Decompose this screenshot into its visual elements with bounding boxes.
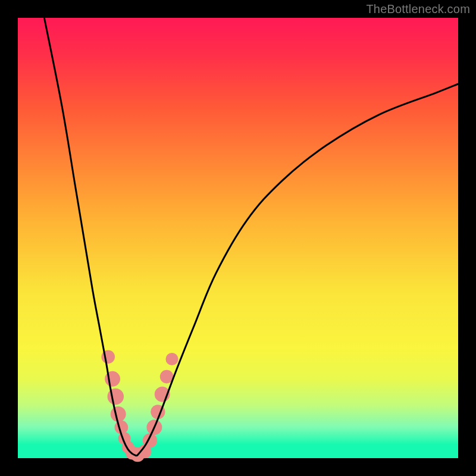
attribution-text: TheBottleneck.com xyxy=(366,2,470,16)
plot-background xyxy=(18,18,458,458)
